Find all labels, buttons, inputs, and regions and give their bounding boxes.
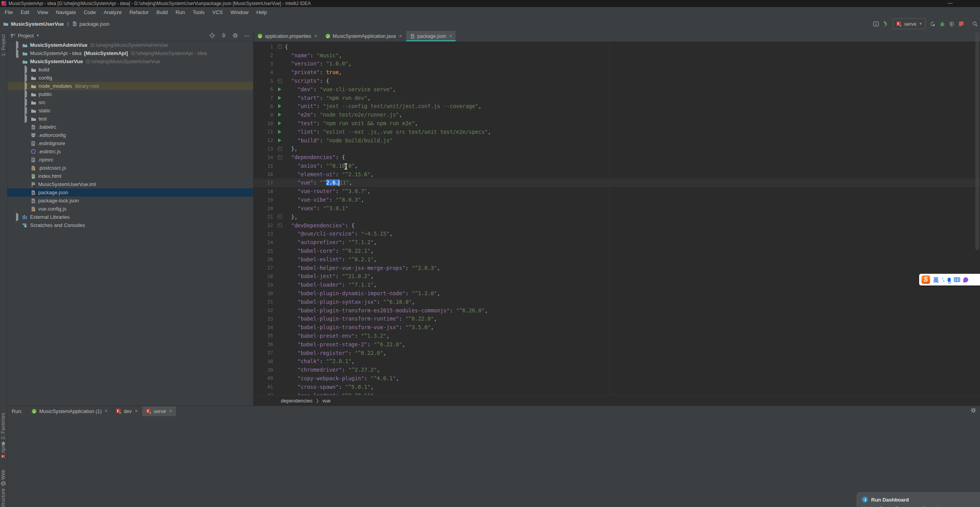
close-icon[interactable]: × bbox=[314, 34, 317, 39]
code-line-19[interactable]: 19"vue-vibe": "^8.0.3", bbox=[254, 195, 980, 204]
tree-item-musicsystemadminvue[interactable]: MusicSystemAdminVueG:\shejing\MusicSyste… bbox=[7, 41, 253, 49]
breadcrumb-dependencies[interactable]: dependencies bbox=[281, 398, 312, 404]
code-line-2[interactable]: 2"name": "music", bbox=[254, 51, 980, 60]
code-line-27[interactable]: 27"babel-helper-vue-jsx-merge-props": "^… bbox=[254, 264, 980, 272]
run-tab-musicsystemapplication-1-[interactable]: MusicSystemApplication (1)× bbox=[28, 406, 112, 416]
code-line-20[interactable]: 20"vuex": "^3.0.1" bbox=[254, 204, 980, 213]
breadcrumb-project[interactable]: MusicSystemUserVue bbox=[11, 21, 64, 27]
tool-window-button-npm[interactable]: npm bbox=[0, 443, 6, 459]
run-anything-icon[interactable] bbox=[873, 21, 879, 27]
tree-item-vue.config.js[interactable]: JSvue.config.js bbox=[7, 205, 253, 213]
expand-arrow-icon[interactable] bbox=[16, 42, 20, 48]
project-view-title[interactable]: Project bbox=[18, 33, 34, 39]
debug-button[interactable] bbox=[939, 21, 945, 27]
fold-icon[interactable]: − bbox=[275, 44, 285, 49]
search-everywhere-icon[interactable] bbox=[972, 21, 978, 27]
tree-item-test[interactable]: test bbox=[7, 115, 253, 123]
code-line-29[interactable]: 29"babel-loader": "^7.1.1", bbox=[254, 280, 980, 289]
code-line-41[interactable]: 41"cross-spawn": "^5.0.1", bbox=[254, 383, 980, 391]
code-line-18[interactable]: 18"vue-router": "^3.0.7", bbox=[254, 187, 980, 196]
tree-item-musicsystemuservue.iml[interactable]: MusicSystemUserVue.iml bbox=[7, 180, 253, 188]
code-editor[interactable]: 1−{2"name": "music",3"version": "1.0.0",… bbox=[254, 42, 980, 395]
tree-item-.editorconfig[interactable]: .editorconfig bbox=[7, 131, 253, 139]
code-line-9[interactable]: 9"e2e": "node test/e2e/runner.js", bbox=[254, 110, 980, 119]
expand-arrow-icon[interactable] bbox=[16, 50, 20, 56]
code-line-35[interactable]: 35"babel-preset-env": "^1.3.2", bbox=[254, 332, 980, 340]
code-line-40[interactable]: 40"copy-webpack-plugin": "^4.0.1", bbox=[254, 374, 980, 383]
tool-window-button-2-favorites[interactable]: 2: Favorites bbox=[0, 413, 6, 446]
editor-tab-musicsystemapplication-java[interactable]: MusicSystemApplication.java× bbox=[321, 31, 406, 41]
tool-window-button-project[interactable]: 1: Project bbox=[1, 34, 6, 56]
tree-item-build[interactable]: build bbox=[7, 66, 253, 74]
code-line-17[interactable]: 17"vue": "^2.6.11", bbox=[254, 179, 980, 187]
code-line-4[interactable]: 4"private": true, bbox=[254, 68, 980, 76]
microphone-icon[interactable] bbox=[948, 278, 951, 282]
locate-file-icon[interactable] bbox=[209, 33, 215, 38]
run-script-icon[interactable] bbox=[275, 96, 285, 100]
menu-tools[interactable]: Tools bbox=[189, 7, 208, 17]
fold-icon[interactable]: − bbox=[275, 79, 285, 83]
ime-toolbar[interactable]: S 英 ’, bbox=[919, 274, 980, 285]
tree-item-external-libraries[interactable]: External Libraries bbox=[7, 213, 253, 221]
code-line-13[interactable]: 13−}, bbox=[254, 145, 980, 153]
run-script-icon[interactable] bbox=[275, 113, 285, 117]
code-line-21[interactable]: 21−}, bbox=[254, 213, 980, 221]
code-line-26[interactable]: 26"babel-eslint": "^8.2.1", bbox=[254, 255, 980, 264]
hide-tool-window-icon[interactable]: — bbox=[244, 33, 249, 39]
code-line-14[interactable]: 14−"dependencies": { bbox=[254, 153, 980, 161]
tree-item-static[interactable]: static bbox=[7, 106, 253, 115]
fold-icon[interactable]: − bbox=[275, 223, 285, 227]
expand-arrow-icon[interactable] bbox=[25, 67, 28, 73]
ime-language-mode[interactable]: 英 bbox=[933, 276, 939, 284]
code-line-7[interactable]: 7"start": "npm run dev", bbox=[254, 94, 980, 102]
breadcrumb-vue[interactable]: vue bbox=[322, 398, 330, 404]
run-script-icon[interactable] bbox=[275, 130, 285, 134]
settings-gear-icon[interactable] bbox=[233, 33, 238, 38]
close-icon[interactable]: × bbox=[169, 408, 172, 414]
collapse-all-icon[interactable] bbox=[221, 33, 226, 38]
fold-icon[interactable]: − bbox=[275, 155, 285, 160]
menu-build[interactable]: Build bbox=[153, 7, 172, 17]
menu-analyze[interactable]: Analyze bbox=[100, 7, 126, 17]
build-hammer-icon[interactable] bbox=[883, 21, 889, 27]
code-line-30[interactable]: 30"babel-plugin-dynamic-import-node": "^… bbox=[254, 289, 980, 298]
tree-item-.eslintrc.js[interactable]: .eslintrc.js bbox=[7, 147, 253, 156]
run-configuration-select[interactable]: serve ▼ bbox=[893, 18, 926, 29]
code-line-25[interactable]: 25"babel-core": "^6.22.1", bbox=[254, 246, 980, 255]
menu-help[interactable]: Help bbox=[252, 7, 271, 17]
tool-window-button-structure[interactable]: Structure bbox=[0, 488, 6, 507]
fold-icon[interactable]: − bbox=[275, 214, 285, 219]
run-tab-dev[interactable]: dev× bbox=[112, 406, 142, 416]
tree-item-.babelrc[interactable]: .babelrc bbox=[7, 123, 253, 131]
expand-arrow-icon[interactable] bbox=[25, 75, 28, 81]
tree-item-.eslintignore[interactable]: .eslintignore bbox=[7, 139, 253, 147]
code-line-37[interactable]: 37"babel-register": "^6.22.0", bbox=[254, 349, 980, 357]
keyboard-icon[interactable] bbox=[954, 277, 960, 282]
code-line-8[interactable]: 8"unit": "jest --config test/unit/jest.c… bbox=[254, 102, 980, 111]
close-icon[interactable]: × bbox=[105, 408, 108, 414]
expand-arrow-icon[interactable] bbox=[25, 99, 28, 105]
run-script-icon[interactable] bbox=[275, 87, 285, 91]
code-line-3[interactable]: 3"version": "1.0.0", bbox=[254, 60, 980, 68]
close-icon[interactable]: × bbox=[135, 408, 138, 414]
expand-arrow-icon[interactable] bbox=[25, 116, 28, 122]
tree-item-.npmrc[interactable]: .npmrc bbox=[7, 156, 253, 164]
tree-item-src[interactable]: src bbox=[7, 98, 253, 106]
sogou-logo-icon[interactable]: S bbox=[921, 275, 930, 284]
editor-tab-package-json[interactable]: package.json× bbox=[406, 31, 456, 41]
tree-item-node-modules[interactable]: node_moduleslibrary root bbox=[7, 82, 253, 90]
chevron-down-icon[interactable]: ▼ bbox=[36, 34, 39, 37]
run-script-icon[interactable] bbox=[275, 121, 285, 125]
tree-item-config[interactable]: config bbox=[7, 74, 253, 82]
editor-tab-application-properties[interactable]: application.properties× bbox=[254, 31, 321, 41]
menu-edit[interactable]: Edit bbox=[17, 7, 33, 17]
code-line-23[interactable]: 23"@vue/cli-service": "~4.5.15", bbox=[254, 230, 980, 238]
menu-code[interactable]: Code bbox=[80, 7, 100, 17]
profiler-button[interactable] bbox=[959, 21, 964, 27]
code-line-1[interactable]: 1−{ bbox=[254, 43, 980, 51]
menu-navigate[interactable]: Navigate bbox=[52, 7, 80, 17]
code-line-33[interactable]: 33"babel-plugin-transform-runtime": "^6.… bbox=[254, 315, 980, 323]
tree-item-package-lock.json[interactable]: package-lock.json bbox=[7, 197, 253, 205]
expand-arrow-icon[interactable] bbox=[16, 214, 20, 220]
fold-icon[interactable]: − bbox=[275, 147, 285, 151]
